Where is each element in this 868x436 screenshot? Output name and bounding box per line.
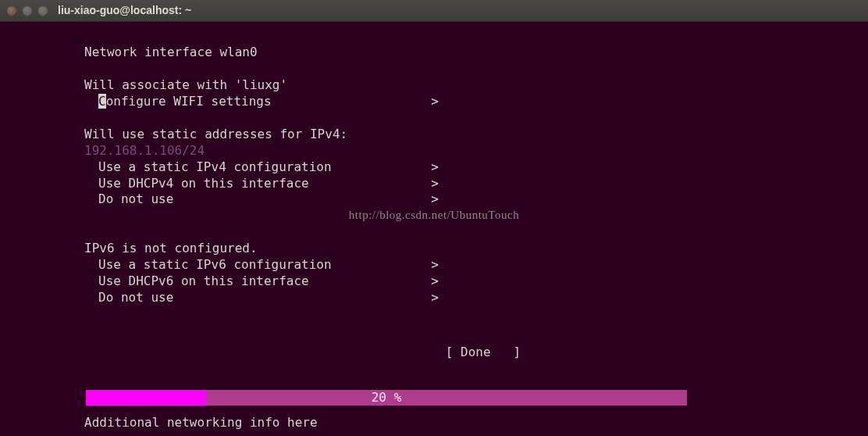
- ipv4-header: Will use static addresses for IPv4:: [84, 127, 837, 143]
- progress-bar-container: 20 %: [0, 390, 868, 406]
- menu-ipv4-none[interactable]: Do not use >: [84, 191, 837, 208]
- terminal-area: Network interface wlan0 Will associate w…: [0, 22, 868, 436]
- ipv4-dhcp-label: Use DHCPv4 on this interface: [98, 176, 309, 192]
- chevron-right-icon: >: [431, 290, 837, 306]
- chevron-right-icon: >: [431, 191, 837, 208]
- ipv4-address: 192.168.1.106/24: [84, 143, 837, 159]
- maximize-icon[interactable]: [37, 5, 48, 16]
- window-controls: [6, 5, 48, 16]
- ipv6-none-label: Do not use: [98, 290, 173, 306]
- cursor-block: C: [98, 94, 106, 109]
- ipv4-static-label: Use a static IPv4 configuration: [98, 159, 332, 176]
- footer-text: Additional networking info here: [84, 415, 837, 431]
- wifi-associate-line: Will associate with 'liuxg': [84, 77, 837, 94]
- chevron-right-icon: >: [431, 176, 837, 192]
- ipv4-none-label: Do not use: [98, 191, 173, 208]
- menu-ipv6-static[interactable]: Use a static IPv6 configuration >: [84, 257, 837, 273]
- done-label: [ Done ]: [446, 345, 521, 359]
- watermark-text: http://blog.csdn.net/UbuntuTouch: [0, 208, 868, 224]
- ipv6-header: IPv6 is not configured.: [84, 241, 837, 257]
- menu-ipv4-dhcp[interactable]: Use DHCPv4 on this interface >: [84, 176, 837, 192]
- ipv6-dhcp-label: Use DHCPv6 on this interface: [98, 273, 309, 290]
- chevron-right-icon: >: [431, 159, 837, 176]
- menu-ipv4-static[interactable]: Use a static IPv4 configuration >: [84, 159, 837, 176]
- menu-ipv6-none[interactable]: Do not use >: [84, 290, 837, 306]
- interface-header: Network interface wlan0: [84, 45, 837, 61]
- menu-configure-wifi[interactable]: Configure WIFI settings >: [84, 94, 837, 110]
- progress-percent: 20 %: [86, 390, 687, 406]
- configure-wifi-label: onfigure WIFI settings: [106, 94, 272, 109]
- done-button[interactable]: [ Done ]: [84, 323, 837, 377]
- progress-bar: 20 %: [86, 390, 687, 406]
- ipv6-static-label: Use a static IPv6 configuration: [98, 257, 332, 273]
- chevron-right-icon: >: [431, 257, 837, 273]
- menu-ipv6-dhcp[interactable]: Use DHCPv6 on this interface >: [84, 273, 837, 290]
- chevron-right-icon: >: [431, 273, 837, 290]
- titlebar: liu-xiao-guo@localhost: ~: [0, 0, 868, 22]
- minimize-icon[interactable]: [22, 5, 33, 16]
- chevron-right-icon: >: [431, 94, 837, 110]
- close-icon[interactable]: [6, 5, 17, 16]
- window-title: liu-xiao-guo@localhost: ~: [58, 3, 191, 17]
